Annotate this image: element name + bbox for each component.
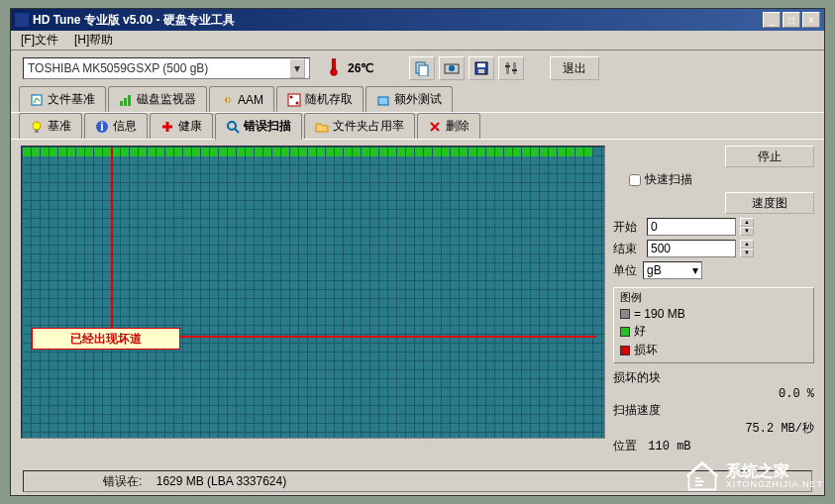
watermark: 系统之家 XITONGZHIJIA.NET [684, 458, 823, 494]
scanned-block [335, 148, 344, 156]
scanned-block [174, 148, 183, 156]
menubar: [F]文件 [H]帮助 [11, 31, 824, 50]
tab-health[interactable]: 健康 [150, 113, 213, 139]
tab-label: AAM [238, 93, 263, 107]
svg-rect-14 [120, 101, 123, 106]
app-icon [15, 13, 29, 27]
unit-label: 单位 [613, 262, 637, 279]
tab-bench[interactable]: 文件基准 [19, 86, 106, 112]
svg-rect-7 [477, 63, 485, 67]
chevron-down-icon[interactable]: ▾ [289, 58, 305, 78]
svg-rect-8 [478, 69, 484, 73]
scanned-block [424, 148, 433, 156]
svg-rect-20 [378, 97, 388, 105]
quick-scan-checkbox[interactable]: 快速扫描 [629, 171, 814, 188]
scanned-block [469, 148, 477, 156]
scanned-block [23, 148, 32, 156]
exit-button[interactable]: 退出 [550, 56, 599, 80]
settings-button[interactable] [498, 56, 524, 80]
tab-extra[interactable]: 额外测试 [365, 86, 453, 112]
svg-point-19 [296, 101, 299, 104]
scanned-block [41, 148, 50, 156]
scanned-block [183, 148, 192, 156]
scanned-block [246, 148, 255, 156]
end-spinner[interactable]: ▲▼ [740, 240, 754, 257]
svg-rect-17 [288, 94, 300, 106]
scanned-block [255, 148, 263, 156]
drive-selected: TOSHIBA MK5059GSXP (500 gB) [28, 61, 208, 75]
ok-icon [620, 327, 630, 337]
titlebar[interactable]: HD Tune 专业版 v5.00 - 硬盘专业工具 _ □ × [11, 9, 824, 31]
start-input[interactable]: 0 [647, 218, 736, 236]
end-input[interactable]: 500 [647, 240, 736, 257]
tab-scan[interactable]: 错误扫描 [215, 113, 302, 140]
close-button[interactable]: × [802, 12, 820, 28]
callout-annotation: 已经出现坏道 [32, 328, 180, 350]
svg-rect-10 [513, 62, 516, 74]
scanned-block [228, 148, 237, 156]
tab-row-2: 基准i信息健康错误扫描文件夹占用率删除 [11, 113, 824, 140]
copy-button[interactable] [409, 56, 435, 80]
tab-random[interactable]: 随机存取 [276, 86, 364, 112]
scan-icon [226, 120, 240, 134]
info-icon: i [95, 120, 109, 134]
scanned-block [237, 148, 246, 156]
side-panel: 停止 快速扫描 速度图 开始 0 ▲▼ 结束 500 ▲▼ 单位 gB ▾ [613, 146, 814, 466]
minimize-button[interactable]: _ [763, 12, 781, 28]
speed-value: 75.2 MB/秒 [613, 420, 814, 437]
scanned-block [513, 148, 522, 156]
legend-title: 图例 [620, 290, 807, 305]
scan-grid: 已经出现坏道 [21, 146, 605, 439]
scanned-block [415, 148, 424, 156]
scanned-block [130, 148, 139, 156]
scanned-block [201, 148, 210, 156]
svg-rect-9 [506, 62, 509, 74]
save-button[interactable] [469, 56, 494, 80]
tab-erase[interactable]: 删除 [417, 113, 480, 139]
svg-text:i: i [100, 120, 103, 134]
scanned-block [495, 148, 504, 156]
svg-rect-13 [32, 95, 42, 105]
scanned-block [139, 148, 148, 156]
tab-aam[interactable]: AAM [209, 86, 274, 112]
tab-row-1: 文件基准磁盘监视器AAM随机存取额外测试 [11, 86, 824, 113]
tab-monitor[interactable]: 磁盘监视器 [108, 86, 207, 112]
menu-file[interactable]: [F]文件 [17, 30, 62, 50]
toolbar: TOSHIBA MK5059GSXP (500 gB) ▾ 26℃ 退出 [11, 50, 824, 86]
scanned-block [219, 148, 228, 156]
scanned-block [558, 148, 567, 156]
damaged-value: 0.0 % [613, 387, 814, 401]
drive-select[interactable]: TOSHIBA MK5059GSXP (500 gB) ▾ [23, 57, 310, 79]
tab-label: 基准 [48, 118, 71, 135]
chevron-down-icon: ▾ [692, 263, 698, 277]
scanned-block [442, 148, 451, 156]
watermark-name: 系统之家 [726, 462, 823, 480]
aam-icon [220, 93, 234, 107]
legend-box: 图例 = 190 MB 好 损坏 [613, 287, 814, 363]
tab-info[interactable]: i信息 [84, 113, 148, 139]
start-spinner[interactable]: ▲▼ [740, 218, 754, 236]
screenshot-button[interactable] [439, 56, 465, 80]
tab-label: 健康 [178, 118, 202, 135]
scanned-block [406, 148, 415, 156]
maximize-button[interactable]: □ [783, 12, 800, 28]
scanned-block [121, 148, 130, 156]
quick-scan-check[interactable] [629, 174, 641, 186]
stop-button[interactable]: 停止 [725, 146, 814, 167]
tab-folder[interactable]: 文件夹占用率 [304, 113, 415, 139]
speedmap-button[interactable]: 速度图 [725, 192, 814, 214]
unit-select[interactable]: gB ▾ [643, 261, 702, 279]
tab-bulb[interactable]: 基准 [19, 113, 82, 139]
scanned-block [165, 148, 174, 156]
monitor-icon [119, 93, 133, 107]
scanned-block [451, 148, 460, 156]
scanned-block [397, 148, 406, 156]
thermometer-icon [326, 57, 342, 80]
menu-help[interactable]: [H]帮助 [70, 30, 117, 50]
status-error-value: 1629 MB (LBA 3337624) [157, 474, 286, 488]
start-label: 开始 [613, 219, 643, 236]
bulb-icon [30, 120, 44, 134]
scanned-block [379, 148, 388, 156]
scanned-block [540, 148, 549, 156]
scanned-block [50, 148, 58, 156]
